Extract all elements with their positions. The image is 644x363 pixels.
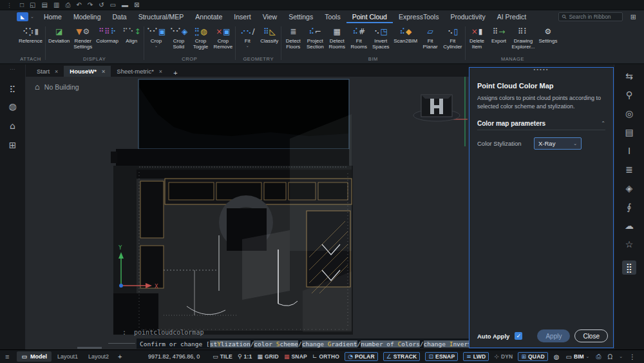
- collapse-chevron-icon[interactable]: ⌃: [601, 121, 605, 126]
- prompt-option-stylization[interactable]: stYlization: [210, 340, 251, 348]
- ribbon-tab-home[interactable]: Home: [38, 10, 68, 23]
- ribbon-tab-settings[interactable]: Settings: [283, 10, 319, 23]
- ribbon-button-settings[interactable]: ⚙Settings: [537, 23, 560, 44]
- ribbon-button-crop-toggle[interactable]: ⣛◍Crop Toggle: [189, 23, 211, 50]
- favorites-icon[interactable]: ☆: [625, 239, 634, 250]
- ribbon-tab-ai-predict[interactable]: AI Predict: [491, 10, 533, 23]
- color-stylization-dropdown[interactable]: X-Ray ⌄: [534, 137, 582, 150]
- ribbon-tab-modeling[interactable]: Modeling: [68, 10, 107, 23]
- no-building-indicator[interactable]: ⌂ No Building: [35, 82, 79, 92]
- overflow-kebab-icon[interactable]: ⋮: [629, 353, 636, 360]
- layers-icon[interactable]: ≣: [625, 164, 633, 175]
- ribbon-tab-tools[interactable]: Tools: [319, 10, 346, 23]
- document-tab-sheet-metric[interactable]: Sheet-metric*×: [111, 66, 168, 77]
- components-icon[interactable]: ◈: [626, 183, 633, 193]
- hints-bulb-icon[interactable]: ◍: [554, 353, 560, 360]
- home-icon[interactable]: ⌂: [10, 121, 15, 131]
- document-tab-housew[interactable]: HouseW*×: [64, 66, 111, 77]
- status-toggle-lwd[interactable]: ≡LWD: [463, 352, 489, 361]
- hatch-icon[interactable]: ▤: [625, 127, 633, 137]
- layout-tab-model[interactable]: ▭Model: [17, 351, 52, 362]
- app-logo-chevron-icon[interactable]: ⌄: [30, 14, 34, 19]
- ribbon-button-align[interactable]: ⠋⠑↕Align: [120, 23, 143, 44]
- render-light-icon[interactable]: ⚲: [626, 90, 632, 100]
- close-tab-icon[interactable]: ×: [55, 68, 58, 75]
- ribbon-tab-data[interactable]: Data: [107, 10, 133, 23]
- ribbon-tab-structural-mep[interactable]: Structural/MEP: [133, 10, 190, 23]
- ribbon-button-delete-item[interactable]: ×▮Delete Item: [466, 23, 488, 50]
- close-tab-icon[interactable]: ×: [159, 68, 162, 75]
- ribbon-button-fit-rooms[interactable]: ⠮#Fit Rooms: [348, 23, 370, 50]
- lightbulb-icon[interactable]: ◍: [8, 101, 16, 112]
- status-toggle-snap[interactable]: ▦SNAP: [284, 353, 307, 360]
- add-layout-button[interactable]: +: [113, 353, 126, 360]
- status-toggle-tile[interactable]: ▭TILE: [213, 353, 232, 360]
- close-tab-icon[interactable]: ×: [102, 68, 105, 75]
- pointcloud-colormap-icon[interactable]: ⣿: [622, 260, 636, 275]
- status-toggle-1-1[interactable]: ⚲1:1: [238, 353, 252, 360]
- apply-button[interactable]: Apply: [537, 329, 570, 342]
- profiles-icon[interactable]: I: [628, 146, 630, 156]
- etransmit-icon[interactable]: ⊠: [134, 2, 139, 8]
- materials-icon[interactable]: ◎: [625, 108, 633, 119]
- ribbon-tab-annotate[interactable]: Annotate: [189, 10, 228, 23]
- ribbon-button-detect-floors[interactable]: ≣Detect Floors: [282, 23, 304, 50]
- workspace-selector[interactable]: ▭ BIM ⌄: [566, 353, 590, 360]
- panel-drag-handle[interactable]: •••••: [469, 68, 613, 73]
- status-toggle-grid[interactable]: ▦GRID: [257, 353, 279, 360]
- new-tab-button[interactable]: +: [168, 69, 182, 77]
- ribbon-button-invert-spaces[interactable]: ⠢◳Invert Spaces: [370, 23, 392, 50]
- save-as-icon[interactable]: ▥: [53, 2, 59, 8]
- ribbon-button-crop[interactable]: ⠑⠊▣Crop⌄: [145, 23, 168, 48]
- ribbon-button-drawing-explorer[interactable]: ⠿⠇Drawing Explorer...: [510, 23, 537, 50]
- ribbon-button-fit-planar[interactable]: ▱Fit Planar: [419, 23, 441, 50]
- attachments-icon[interactable]: ∮: [627, 202, 631, 212]
- document-tab-start[interactable]: Start×: [31, 66, 64, 77]
- cloud-icon[interactable]: ☁: [625, 221, 634, 231]
- chevron-down-icon[interactable]: ⌄: [619, 354, 623, 359]
- ribbon-button-export[interactable]: ⠿→Export: [488, 23, 510, 44]
- redo-icon[interactable]: ↷: [88, 2, 93, 8]
- undo-icon[interactable]: ↶: [76, 2, 81, 8]
- ribbon-button-classify[interactable]: ⠿◺Classify: [258, 23, 280, 44]
- ribbon-tab-expresstools[interactable]: ExpressTools: [393, 10, 444, 23]
- recover-icon[interactable]: ↺: [99, 2, 104, 8]
- plot-printer-icon[interactable]: ⎙: [596, 353, 601, 360]
- prompt-option-number-of-colors[interactable]: number of Colors: [361, 340, 420, 348]
- ribbon-config-icon[interactable]: ⊞: [630, 13, 636, 21]
- structure-browser-icon[interactable]: ⊞: [9, 140, 17, 150]
- notifications-bell-icon[interactable]: Ω: [607, 353, 612, 360]
- toolbar-grip[interactable]: ⋯: [10, 66, 15, 73]
- ribbon-search-box[interactable]: ⚲ Search in Ribbon: [558, 12, 623, 21]
- paste-icon[interactable]: ▬: [122, 2, 128, 8]
- ribbon-button-detect-rooms[interactable]: ▦Detect Rooms: [326, 23, 348, 50]
- ribbon-button-render-settings[interactable]: ▼⚙Render Settings: [71, 23, 94, 50]
- new-file-icon[interactable]: □: [20, 2, 24, 8]
- status-toggle-esnap[interactable]: ⊡ESNAP: [425, 352, 458, 361]
- ribbon-tab-point-cloud[interactable]: Point Cloud: [346, 10, 393, 23]
- status-toggle-ortho[interactable]: ∟ORTHO: [312, 353, 339, 360]
- ribbon-button-crop-remove[interactable]: ×▣Crop Remove: [211, 23, 234, 50]
- ribbon-button-project-section[interactable]: ⠮⌐Project Section: [304, 23, 326, 50]
- ribbon-button-fit[interactable]: ⠔⠢∕Fit⌄: [236, 23, 258, 48]
- status-toggle-quad[interactable]: ⊞QUAD: [518, 352, 547, 361]
- ribbon-button-fit-cylinder[interactable]: ⠢▯Fit Cylinder: [441, 23, 464, 50]
- command-prompt-bar[interactable]: Confirm or change [stYlization/color Sch…: [137, 338, 469, 349]
- properties-sliders-icon[interactable]: ⇆: [625, 71, 633, 81]
- status-toggle-strack[interactable]: ∠STRACK: [383, 352, 421, 361]
- layout-tab-layout1[interactable]: Layout1: [53, 351, 82, 362]
- print-icon[interactable]: ⎙: [65, 2, 70, 8]
- prompt-option-change-gradient[interactable]: change Gradient: [302, 340, 357, 348]
- ribbon-button-crop-solid[interactable]: ⠑⠊◈Crop Solid: [167, 23, 189, 50]
- horizontal-scrollbar-thumb[interactable]: [77, 347, 102, 349]
- status-toggle-dyn[interactable]: ⊹DYN: [494, 353, 513, 360]
- status-menu-icon[interactable]: ≡: [5, 353, 9, 360]
- app-logo[interactable]: ◣: [17, 12, 28, 21]
- ribbon-button-scan2bim[interactable]: ⠮◆Scan2BIM: [392, 23, 419, 44]
- ribbon-button-deviation[interactable]: ◪Deviation: [46, 23, 71, 44]
- drawing-viewport[interactable]: Y X ⌂ No Building : pointcloudcolormap C…: [26, 77, 469, 349]
- ribbon-tab-productivity[interactable]: Productivity: [444, 10, 491, 23]
- auto-apply-checkbox[interactable]: ✓: [515, 332, 522, 340]
- color-map-parameters-section[interactable]: Color map parameters ⌃: [477, 120, 605, 130]
- open-file-icon[interactable]: ◱: [30, 2, 35, 8]
